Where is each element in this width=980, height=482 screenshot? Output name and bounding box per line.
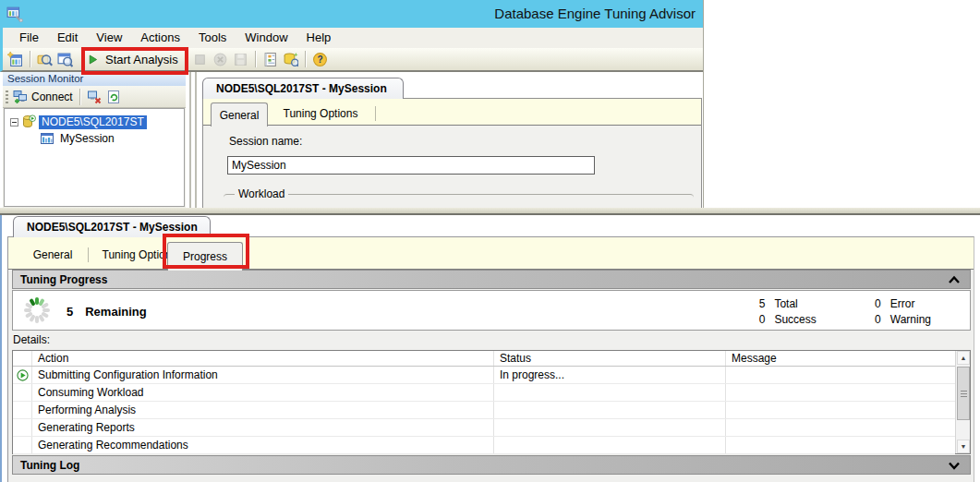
counter-value: 0 (870, 297, 881, 310)
toolbar-separator (79, 89, 80, 105)
tuning-options-icon[interactable] (283, 52, 298, 67)
progress-summary-panel: 5 Remaining 5Total0Success0Error0Warning (12, 290, 971, 331)
tuning-progress-header[interactable]: Tuning Progress (12, 270, 971, 289)
row-action: Submitting Configuration Information (32, 367, 494, 383)
counter-success: 0Success (754, 311, 816, 327)
view-reports-icon[interactable] (57, 52, 73, 67)
table-row[interactable]: Generating Reports (13, 419, 955, 437)
scroll-down-icon[interactable]: ▼ (957, 440, 970, 453)
table-scrollbar[interactable]: ▲ ▼ (955, 351, 970, 453)
stop-analysis-icon[interactable] (192, 52, 208, 67)
session-icon (40, 131, 54, 146)
row-action: Performing Analysis (32, 402, 494, 418)
counter-label: Success (774, 313, 816, 326)
refresh-icon[interactable] (106, 90, 121, 104)
tuning-log-header[interactable]: Tuning Log (12, 455, 971, 475)
header-message[interactable]: Message (726, 351, 955, 366)
tab-tuning-options-top[interactable]: Tuning Options (275, 102, 366, 125)
header-action[interactable]: Action (32, 351, 494, 366)
menu-edit[interactable]: Edit (48, 28, 87, 48)
menu-file[interactable]: File (10, 28, 48, 48)
row-status (494, 402, 726, 418)
toolbar-grip[interactable] (6, 90, 8, 103)
document-tab-top[interactable]: NODE5\SQL2017ST - MySession (202, 78, 404, 99)
document-tab-top-label: NODE5\SQL2017ST - MySession (216, 82, 387, 95)
collapse-expander-icon[interactable] (10, 118, 18, 127)
cancel-icon[interactable] (212, 52, 228, 67)
title-bar[interactable]: Database Engine Tuning Advisor (0, 0, 703, 28)
disconnect-icon[interactable] (87, 90, 102, 104)
panel-splitter[interactable] (189, 72, 191, 208)
session-node-label[interactable]: MySession (57, 132, 117, 146)
header-icon-column (13, 351, 32, 366)
window-title: Database Engine Tuning Advisor (494, 0, 696, 28)
table-header-row: Action Status Message (13, 351, 955, 367)
session-name-label: Session name: (229, 135, 302, 148)
row-status (494, 384, 726, 401)
menu-view[interactable]: View (87, 28, 131, 48)
tab-strip-top: General Tuning Options (203, 99, 701, 126)
counter-warning: 0Warning (870, 311, 931, 327)
workload-groupbox: Workload (224, 194, 694, 207)
menu-tools[interactable]: Tools (189, 28, 236, 48)
row-status (494, 419, 726, 436)
scrollbar-grip (961, 391, 967, 397)
scroll-up-icon[interactable]: ▲ (957, 351, 970, 365)
tab-strip-bottom: General Tuning Options Progress (8, 237, 974, 270)
menu-window[interactable]: Window (236, 28, 296, 48)
tab-general-top-label: General (220, 109, 260, 122)
annotation-start-analysis (81, 47, 188, 75)
counter-total: 5Total (754, 295, 816, 311)
tuning-advisor-window: Database Engine Tuning Advisor FileEditV… (0, 0, 704, 208)
remaining-count: 5 (67, 305, 73, 319)
scrollbar-thumb[interactable] (957, 367, 970, 420)
counter-error: 0Error (870, 295, 931, 311)
session-tree: NODE5\SQL2017ST MySession (4, 108, 185, 207)
row-icon-cell-empty (13, 419, 32, 436)
tab-tuning-options-top-label: Tuning Options (284, 107, 358, 120)
table-row[interactable]: Consuming Workload (13, 384, 955, 402)
open-workload-icon[interactable] (37, 52, 53, 67)
new-session-icon[interactable] (7, 52, 23, 67)
server-node-label[interactable]: NODE5\SQL2017ST (39, 115, 147, 129)
panel-splitter[interactable] (195, 72, 197, 208)
table-row[interactable]: Generating Recommendations (13, 437, 955, 454)
connect-icon (13, 90, 28, 104)
counter-value: 0 (870, 313, 881, 326)
menu-actions[interactable]: Actions (131, 28, 189, 48)
menu-help[interactable]: Help (297, 28, 341, 48)
row-action: Generating Recommendations (32, 437, 494, 453)
tuning-progress-title: Tuning Progress (20, 273, 107, 286)
expand-chevron-icon[interactable] (948, 461, 961, 470)
tab-divider (375, 106, 376, 121)
progress-counters: 5Total0Success0Error0Warning (754, 295, 931, 327)
tab-divider (88, 247, 89, 262)
header-status[interactable]: Status (494, 351, 726, 366)
counter-value: 5 (754, 297, 765, 310)
save-icon[interactable] (233, 52, 248, 67)
svg-text:?: ? (317, 54, 322, 65)
connect-label: Connect (31, 90, 73, 103)
session-tabpage-top: General Tuning Options Session name: Wor… (202, 98, 702, 208)
toolbar-separator (305, 51, 306, 67)
tab-general-bottom[interactable]: General (23, 242, 82, 268)
tab-general-top[interactable]: General (211, 102, 268, 127)
report-icon[interactable] (262, 52, 278, 67)
general-tab-content: Session name: Workload (203, 126, 701, 208)
remaining-status: 5 Remaining (67, 291, 147, 331)
tab-general-bottom-label: General (33, 248, 73, 261)
toolbar-separator (255, 51, 256, 67)
tree-node-server[interactable]: NODE5\SQL2017ST (5, 114, 184, 130)
table-row[interactable]: Performing Analysis (13, 402, 955, 419)
collapse-chevron-icon[interactable] (948, 275, 961, 284)
table-row[interactable]: Submitting Configuration InformationIn p… (13, 367, 955, 384)
help-icon[interactable]: ? (312, 52, 328, 67)
session-name-input[interactable] (227, 156, 595, 175)
session-monitor-panel: Session Monitor Connect (3, 72, 186, 208)
remaining-label: Remaining (85, 305, 146, 319)
row-status: In progress... (494, 367, 726, 383)
row-message (726, 402, 955, 418)
connect-button[interactable]: Connect (13, 90, 73, 104)
tree-node-session[interactable]: MySession (5, 130, 184, 147)
details-rows: Submitting Configuration InformationIn p… (13, 367, 955, 454)
